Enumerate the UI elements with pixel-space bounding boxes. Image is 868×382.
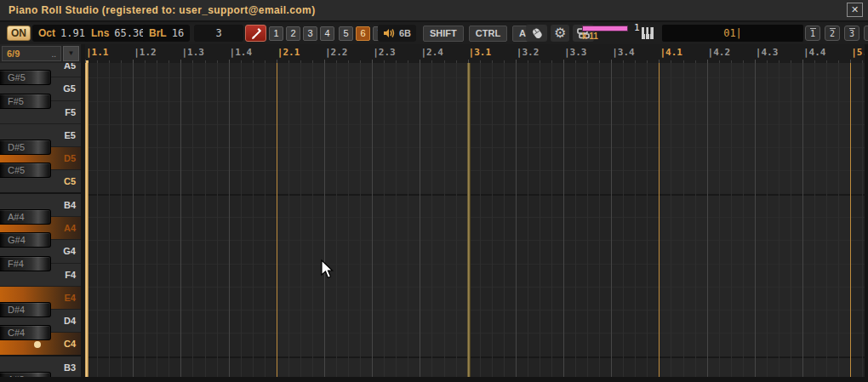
note-grid[interactable]	[85, 63, 865, 377]
sub-line	[814, 63, 815, 377]
track-button-1[interactable]: 1	[805, 26, 820, 41]
grid-row-line	[85, 77, 865, 78]
piano-key-Fsharp4[interactable]: F#4	[0, 256, 51, 271]
track-button-3[interactable]: 3	[844, 26, 859, 41]
piano-key-Dsharp4[interactable]: D#4	[0, 302, 51, 317]
draw-tool-group	[245, 22, 266, 44]
brush-length-value: 16	[172, 27, 184, 39]
sub-line	[599, 63, 600, 377]
piano-key-label: D#5	[8, 142, 25, 152]
grid-row-line	[85, 333, 865, 334]
piano-key-Gsharp4[interactable]: G#4	[0, 232, 51, 248]
piano-key-Gsharp5[interactable]: G#5	[0, 70, 51, 85]
close-button[interactable]: ✕	[847, 3, 863, 17]
modifier-button-ctrl[interactable]: CTRL	[469, 26, 507, 42]
sub-line	[396, 63, 397, 377]
gear-icon: ⚙	[554, 26, 566, 40]
sub-line	[384, 63, 385, 377]
sub-line	[779, 63, 779, 377]
speaker-button[interactable]: 6B	[378, 25, 416, 42]
sub-line	[743, 63, 744, 377]
ruler-tick-2.2[interactable]: |2.2	[325, 47, 348, 58]
ruler-tick-4.2[interactable]: |4.2	[708, 47, 731, 58]
ruler-tick-3.4[interactable]: |3.4	[612, 47, 635, 58]
piano-key-label: C#5	[8, 165, 25, 175]
title-bar[interactable]: Piano Roll Studio (registered to: user_s…	[0, 0, 868, 21]
ruler-tick-3.2[interactable]: |3.2	[517, 47, 540, 58]
ruler-tick-4.1[interactable]: |4.1	[660, 47, 682, 58]
tool-size-button-1[interactable]: 1	[269, 26, 283, 41]
ruler-tick-5.1[interactable]: |5.1	[851, 47, 865, 58]
piano-key-Csharp4[interactable]: C#4	[0, 325, 51, 340]
sub-line	[109, 63, 110, 377]
tool-size-button-5[interactable]: 5	[339, 26, 353, 41]
speaker-value: 6B	[399, 28, 411, 38]
pencil-tool-button[interactable]	[245, 25, 266, 42]
ruler-tick-2.3[interactable]: |2.3	[373, 47, 396, 58]
lines-field[interactable]: Lns 65.36	[85, 25, 151, 42]
piano-key-label: D4	[64, 316, 76, 326]
sub-line	[192, 63, 193, 377]
tool-size-button-2[interactable]: 2	[286, 26, 300, 41]
ruler-tick-2.4[interactable]: |2.4	[420, 47, 443, 58]
sub-line	[288, 63, 289, 377]
sub-line	[265, 63, 266, 377]
ruler-tick-4.3[interactable]: |4.3	[756, 47, 779, 58]
grid-row-line	[85, 101, 865, 102]
mouse-button[interactable]	[526, 25, 547, 42]
brush-length-field[interactable]: BrL 16	[143, 25, 190, 42]
count-field[interactable]: 3	[194, 25, 243, 42]
ruler-tick-2.1[interactable]: |2.1	[277, 47, 300, 58]
ruler-tick-4.4[interactable]: |4.4	[803, 47, 826, 58]
piano-key-label: D#4	[8, 305, 25, 315]
grid-row-line	[85, 194, 865, 196]
ruler-tick-1.1[interactable]: |1.1	[86, 47, 109, 58]
pattern-group: 01|	[662, 22, 803, 44]
scale-selector-dropdown-button[interactable]: ▼	[63, 46, 79, 61]
piano-key-Fsharp5[interactable]: F#5	[0, 94, 51, 109]
piano-key-Dsharp5[interactable]: D#5	[0, 140, 51, 155]
piano-key-Csharp5[interactable]: C#5	[0, 162, 51, 178]
octave-field[interactable]: Oct 1.91	[32, 25, 91, 42]
playhead-line[interactable]	[467, 63, 471, 377]
pink-slider[interactable]	[582, 26, 628, 31]
piano-icon[interactable]	[641, 26, 658, 40]
track-button-4[interactable]: 4	[864, 26, 868, 41]
pink-slider-block: k 11	[582, 25, 628, 42]
ruler-tick-1.3[interactable]: |1.3	[181, 47, 204, 58]
tool-size-button-3[interactable]: 3	[303, 26, 317, 41]
sub-line	[253, 63, 254, 377]
brush-length-field-group: BrL 16	[143, 22, 190, 44]
settings-button[interactable]: ⚙	[551, 25, 569, 42]
pattern-input[interactable]: 01|	[662, 25, 803, 42]
piano-key-label: D5	[64, 153, 76, 163]
scale-selector-field[interactable]: 6/9 ..	[2, 46, 61, 61]
sub-line	[695, 63, 696, 377]
sub-line	[431, 63, 432, 377]
sub-line	[767, 63, 768, 377]
tool-size-button-6[interactable]: 6	[356, 26, 370, 41]
piano-key-label: A#4	[8, 212, 25, 222]
track-button-2[interactable]: 2	[825, 26, 840, 41]
ruler-tick-3.3[interactable]: |3.3	[564, 47, 587, 58]
sub-line	[456, 63, 457, 377]
beat-line	[420, 63, 420, 377]
grid-row-line	[85, 240, 865, 241]
piano-key-Asharp4[interactable]: A#4	[0, 209, 51, 225]
modifier-button-shift[interactable]: SHIFT	[423, 26, 464, 42]
sub-line	[408, 63, 408, 377]
count-field-group: 3	[194, 22, 243, 44]
timeline-ruler[interactable]: |1.1|1.2|1.3|1.4|2.1|2.2|2.3|2.4|3.1|3.2…	[85, 44, 865, 63]
sub-line	[157, 63, 157, 377]
sub-line	[444, 63, 445, 377]
ruler-tick-1.2[interactable]: |1.2	[134, 47, 157, 58]
beat-line	[133, 63, 134, 377]
on-toggle-button[interactable]: ON	[7, 26, 31, 41]
chevron-down-icon: ▼	[68, 50, 75, 57]
sub-line	[587, 63, 588, 377]
ruler-tick-1.4[interactable]: |1.4	[230, 47, 253, 58]
ruler-tick-3.1[interactable]: |3.1	[469, 47, 492, 58]
sub-line	[480, 63, 481, 377]
tool-size-button-4[interactable]: 4	[320, 26, 334, 41]
grid-row-line	[85, 170, 865, 171]
